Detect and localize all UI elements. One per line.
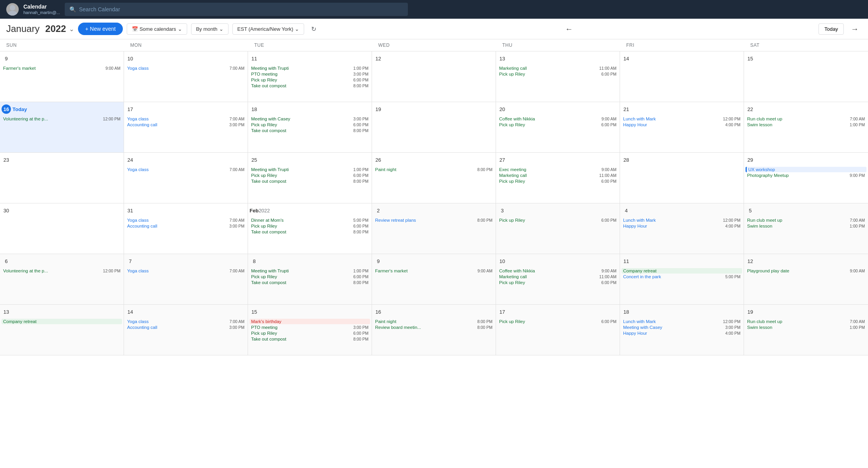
event[interactable]: Run club meet up7:00 AM [746, 116, 866, 122]
calendar-cell[interactable]: 4Lunch with Mark12:00 PMHappy Hour4:00 P… [620, 203, 744, 254]
event[interactable]: Meeting with Casey3:00 PM [622, 325, 742, 330]
calendar-cell[interactable]: 19 [372, 102, 496, 153]
event[interactable]: UX workshop [746, 167, 866, 172]
event[interactable]: Pick up Riley6:00 PM [250, 173, 370, 178]
event[interactable]: Dinner at Mom's5:00 PM [250, 217, 370, 223]
event[interactable]: Swim lesson1:00 PM [746, 325, 866, 330]
today-button[interactable]: Today [818, 23, 844, 35]
event[interactable]: Pick up Riley6:00 PM [498, 71, 618, 77]
calendar-cell[interactable]: 10Yoga class7:00 AM [124, 51, 248, 102]
calendar-cell[interactable]: 13Company retreat [0, 305, 124, 355]
event[interactable]: Pick up Riley6:00 PM [498, 217, 618, 223]
event[interactable]: Take out compost8:00 PM [250, 83, 370, 88]
calendar-cell[interactable]: 21Lunch with Mark12:00 PMHappy Hour4:00 … [620, 102, 744, 153]
calendar-cell[interactable]: 23 [0, 153, 124, 203]
event[interactable]: Swim lesson1:00 PM [746, 223, 866, 229]
event[interactable]: Yoga class7:00 AM [126, 167, 246, 172]
prev-button[interactable]: ← [562, 23, 576, 35]
calendar-cell[interactable]: 13Marketing call11:00 AMPick up Riley6:0… [496, 51, 620, 102]
event[interactable]: Coffee with Nikkia9:00 AM [498, 116, 618, 122]
calendar-cell[interactable]: 14Yoga class7:00 AMAccounting call3:00 P… [124, 305, 248, 355]
event[interactable]: Meeting with Casey3:00 PM [250, 116, 370, 122]
event[interactable]: Yoga class7:00 AM [126, 116, 246, 122]
event[interactable]: Take out compost8:00 PM [250, 336, 370, 342]
event[interactable]: Meeting with Trupti1:00 PM [250, 268, 370, 274]
timezone-button[interactable]: EST (America/New York) ⌄ [232, 23, 305, 35]
event[interactable]: Pick up Riley6:00 PM [250, 77, 370, 83]
event[interactable]: Happy Hour4:00 PM [622, 122, 742, 127]
calendar-cell[interactable]: 11Company retreatConcert in the park5:00… [620, 254, 744, 305]
app-name-block[interactable]: Calendar hannah_martin@... [23, 4, 60, 15]
event[interactable]: Concert in the park5:00 PM [622, 274, 742, 279]
calendar-cell[interactable]: 17Yoga class7:00 AMAccounting call3:00 P… [124, 102, 248, 153]
avatar[interactable] [6, 3, 19, 16]
calendar-cell[interactable]: 29UX workshopPhotography Meetup9:00 PM [744, 153, 868, 203]
event[interactable]: PTO meeting3:00 PM [250, 325, 370, 330]
event[interactable]: Run club meet up7:00 AM [746, 217, 866, 223]
calendar-cell[interactable]: 9Farmer's market9:00 AM [372, 254, 496, 305]
by-month-button[interactable]: By month ⌄ [191, 23, 229, 35]
event[interactable]: Pick up Riley6:00 PM [250, 122, 370, 127]
calendar-cell[interactable]: 19Run club meet up7:00 AMSwim lesson1:00… [744, 305, 868, 355]
event[interactable]: Happy Hour4:00 PM [622, 330, 742, 336]
calendar-cell[interactable]: 12 [372, 51, 496, 102]
event[interactable]: Lunch with Mark12:00 PM [622, 116, 742, 122]
event[interactable]: Company retreat [2, 319, 122, 324]
event[interactable]: Marketing call11:00 AM [498, 173, 618, 178]
event[interactable]: Farmer's market9:00 AM [374, 268, 494, 274]
new-event-button[interactable]: + New event [78, 23, 122, 35]
event[interactable]: Meeting with Trupti1:00 PM [250, 167, 370, 172]
calendar-cell[interactable]: 12Playground play date9:00 AM [744, 254, 868, 305]
event[interactable]: Marketing call11:00 AM [498, 65, 618, 71]
event[interactable]: Pick up Riley6:00 PM [498, 122, 618, 127]
event[interactable]: Review retreat plans8:00 PM [374, 217, 494, 223]
calendar-cell[interactable]: 18Lunch with Mark12:00 PMMeeting with Ca… [620, 305, 744, 355]
event[interactable]: Take out compost8:00 PM [250, 229, 370, 235]
sync-button[interactable]: ↻ [308, 24, 319, 34]
search-input[interactable] [79, 6, 403, 12]
calendar-cell[interactable]: 2Review retreat plans8:00 PM [372, 203, 496, 254]
event[interactable]: Meeting with Trupti1:00 PM [250, 65, 370, 71]
calendar-cell[interactable]: 17Pick up Riley6:00 PM [496, 305, 620, 355]
event[interactable]: Pick up Riley6:00 PM [250, 330, 370, 336]
event[interactable]: Take out compost8:00 PM [250, 178, 370, 184]
calendar-cell[interactable]: 15Mark's birthdayPTO meeting3:00 PMPick … [248, 305, 372, 355]
calendar-cell[interactable]: 27Exec meeting9:00 AMMarketing call11:00… [496, 153, 620, 203]
calendar-cell[interactable]: 31Yoga class7:00 AMAccounting call3:00 P… [124, 203, 248, 254]
calendar-cell[interactable]: 18Meeting with Casey3:00 PMPick up Riley… [248, 102, 372, 153]
event[interactable]: Accounting call3:00 PM [126, 325, 246, 330]
calendar-cell[interactable]: 6Volunteering at the p...12:00 PM [0, 254, 124, 305]
calendar-cell[interactable]: 22Run club meet up7:00 AMSwim lesson1:00… [744, 102, 868, 153]
event[interactable]: Volunteering at the p...12:00 PM [2, 268, 122, 274]
calendar-cell[interactable]: 11Meeting with Trupti1:00 PMPTO meeting3… [248, 51, 372, 102]
event[interactable]: PTO meeting3:00 PM [250, 71, 370, 77]
event[interactable]: Farmer's market9:00 AM [2, 65, 122, 71]
calendar-cell[interactable]: 28 [620, 153, 744, 203]
event[interactable]: Accounting call3:00 PM [126, 223, 246, 229]
event[interactable]: Paint night8:00 PM [374, 319, 494, 324]
event[interactable]: Paint night8:00 PM [374, 167, 494, 172]
calendar-cell[interactable]: 15 [744, 51, 868, 102]
calendar-cell[interactable]: 24Yoga class7:00 AM [124, 153, 248, 203]
event[interactable]: Yoga class7:00 AM [126, 319, 246, 324]
event[interactable]: Pick up Riley6:00 PM [250, 274, 370, 279]
event[interactable]: Playground play date9:00 AM [746, 268, 866, 274]
event[interactable]: Photography Meetup9:00 PM [746, 173, 866, 178]
event[interactable]: Happy Hour4:00 PM [622, 223, 742, 229]
event[interactable]: Coffee with Nikkia9:00 AM [498, 268, 618, 274]
event[interactable]: Take out compost8:00 PM [250, 280, 370, 285]
next-button[interactable]: → [848, 23, 862, 35]
calendar-cell[interactable]: 9Farmer's market9:00 AM [0, 51, 124, 102]
event[interactable]: Company retreat [622, 268, 742, 274]
event[interactable]: Pick up Riley6:00 PM [498, 178, 618, 184]
event[interactable]: Pick up Riley6:00 PM [250, 223, 370, 229]
calendar-cell[interactable]: 30 [0, 203, 124, 254]
event[interactable]: Volunteering at the p...12:00 PM [2, 116, 122, 122]
event[interactable]: Mark's birthday [250, 319, 370, 324]
calendar-cell[interactable]: 3Pick up Riley6:00 PM [496, 203, 620, 254]
event[interactable]: Accounting call3:00 PM [126, 122, 246, 127]
event[interactable]: Yoga class7:00 AM [126, 268, 246, 274]
event[interactable]: Run club meet up7:00 AM [746, 319, 866, 324]
some-calendars-button[interactable]: 📅 Some calendars ⌄ [127, 23, 187, 35]
event[interactable]: Review board meetin...8:00 PM [374, 325, 494, 330]
